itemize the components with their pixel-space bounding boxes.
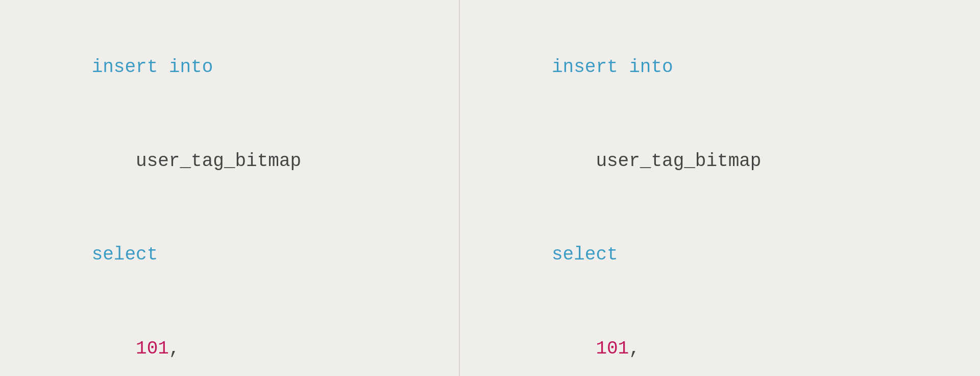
line-select-1: select <box>26 208 433 302</box>
line-number-2: 101, <box>485 302 960 376</box>
code-container: insert into user_tag_bitmap select 101, … <box>0 0 980 376</box>
indent-2a <box>552 338 596 359</box>
comma-2: , <box>629 338 640 359</box>
line-select-2: select <box>485 208 960 302</box>
keyword-select-1: select <box>92 244 158 265</box>
code-panel-left: insert into user_tag_bitmap select 101, … <box>0 0 460 376</box>
line-number-1: 101, <box>26 302 433 376</box>
code-panel-right: insert into user_tag_bitmap select 101, … <box>460 0 980 376</box>
keyword-select-2: select <box>552 244 618 265</box>
number-101-1: 101 <box>136 338 169 359</box>
table-name-1: user_tag_bitmap <box>92 151 301 172</box>
keyword-insert-into-1: insert into <box>92 57 213 78</box>
line-insert-into-2: insert into <box>485 20 960 114</box>
comma-1: , <box>169 338 180 359</box>
indent-1a <box>92 338 136 359</box>
keyword-insert-into-2: insert into <box>552 57 673 78</box>
line-insert-into-1: insert into <box>26 20 433 114</box>
line-table-name-2: user_tag_bitmap <box>485 114 960 208</box>
number-101-2: 101 <box>596 338 629 359</box>
table-name-2: user_tag_bitmap <box>552 151 761 172</box>
line-table-name-1: user_tag_bitmap <box>26 114 433 208</box>
